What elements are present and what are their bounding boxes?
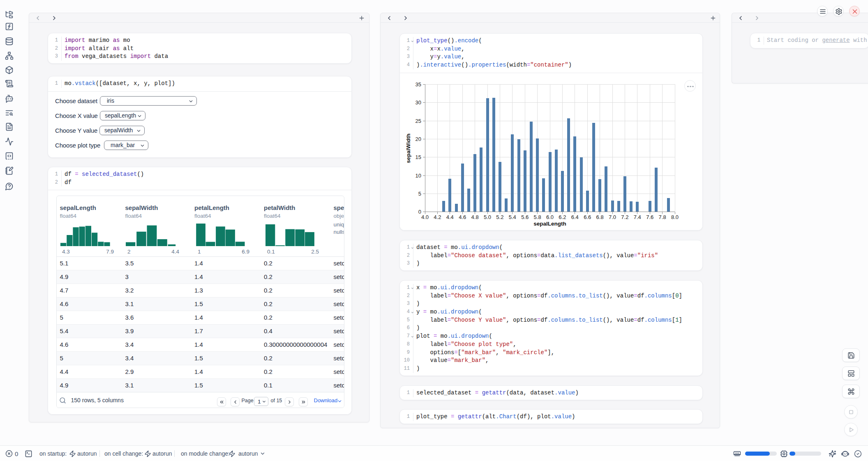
svg-text:sepalWidth: sepalWidth — [405, 134, 411, 163]
svg-text:7.2: 7.2 — [621, 214, 628, 220]
svg-text:6.2: 6.2 — [559, 214, 566, 220]
svg-text:5.0: 5.0 — [484, 214, 491, 220]
svg-text:6.8: 6.8 — [596, 214, 604, 220]
svg-text:5.4: 5.4 — [509, 214, 516, 220]
svg-text:5.8: 5.8 — [534, 214, 541, 220]
svg-text:7.6: 7.6 — [646, 214, 653, 220]
svg-text:7.0: 7.0 — [609, 214, 616, 220]
svg-text:7.4: 7.4 — [634, 214, 641, 220]
svg-text:4.8: 4.8 — [471, 214, 479, 220]
svg-text:35: 35 — [416, 81, 421, 88]
svg-text:4.6: 4.6 — [459, 214, 466, 220]
svg-text:sepalLength: sepalLength — [533, 221, 566, 227]
svg-text:15: 15 — [416, 154, 421, 160]
svg-text:4.0: 4.0 — [421, 214, 429, 220]
svg-text:30: 30 — [416, 99, 421, 106]
svg-text:0: 0 — [418, 209, 421, 215]
svg-text:10: 10 — [416, 173, 421, 179]
svg-text:6.0: 6.0 — [546, 214, 554, 220]
svg-text:5: 5 — [418, 191, 421, 197]
svg-text:6.6: 6.6 — [584, 214, 591, 220]
svg-text:5.2: 5.2 — [496, 214, 503, 220]
svg-text:8.0: 8.0 — [671, 214, 679, 220]
svg-text:25: 25 — [416, 118, 421, 124]
svg-text:7.8: 7.8 — [659, 214, 666, 220]
svg-text:5.6: 5.6 — [521, 214, 529, 220]
svg-text:6.4: 6.4 — [571, 214, 579, 220]
svg-text:4.4: 4.4 — [446, 214, 454, 220]
svg-text:4.2: 4.2 — [434, 214, 441, 220]
svg-text:20: 20 — [416, 136, 421, 142]
